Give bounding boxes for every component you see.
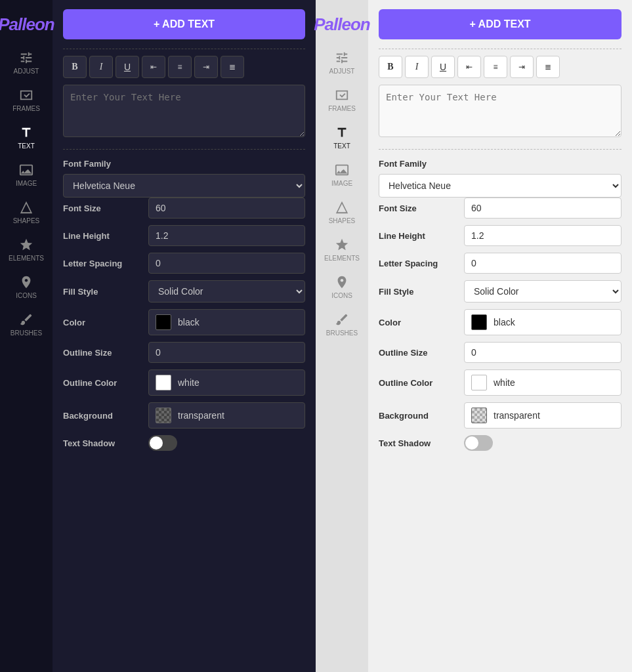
brushes-icon [19,312,33,327]
outline-size-input-right[interactable] [464,342,621,363]
align-justify-button-left[interactable]: ≣ [221,56,244,78]
outline-size-row-right: Outline Size [379,342,621,363]
sidebar-item-frames-left[interactable]: FRAMES [0,81,53,119]
frames-icon-right [335,88,349,102]
outline-color-value-right: white [494,377,515,388]
sidebar-item-text-right[interactable]: TEXT [316,119,368,156]
outline-color-row-right: Outline Color white [379,369,621,396]
letter-spacing-input-left[interactable] [148,253,305,274]
font-size-input-right[interactable] [464,198,621,219]
adjust-icon-right [335,51,349,65]
divider-1-left [63,49,305,49]
sidebar-item-frames-right[interactable]: FRAMES [316,81,368,119]
text-input-right[interactable] [379,85,621,137]
color-label-left: Color [63,318,148,327]
add-text-button-right[interactable]: + ADD TEXT [379,9,621,39]
align-left-button-left[interactable]: ⇤ [142,56,165,78]
sidebar-item-elements-left[interactable]: ELEMENTS [0,231,53,268]
fill-style-row-left: Fill Style Solid Color [63,280,305,303]
italic-button-right[interactable]: I [405,56,429,78]
line-height-row-right: Line Height [379,225,621,246]
icons-label-right: ICONS [331,292,352,299]
text-shadow-label-left: Text Shadow [63,438,148,448]
background-picker-right[interactable]: transparent [464,402,621,429]
background-picker-left[interactable]: transparent [148,402,305,429]
sidebar-item-elements-right[interactable]: ELEMENTS [316,231,368,268]
brushes-icon-right [335,312,349,327]
text-shadow-toggle-left[interactable] [148,435,177,451]
image-icon-right [335,163,349,177]
line-height-input-left[interactable] [148,225,305,246]
fill-style-row-right: Fill Style Solid Color [379,280,621,303]
sidebar-item-adjust-left[interactable]: ADJUST [0,44,53,81]
format-toolbar-left: B I U ⇤ ≡ ⇥ ≣ [63,56,305,78]
adjust-label-right: ADJUST [329,68,355,75]
sidebar-item-icons-left[interactable]: ICONS [0,268,53,306]
line-height-input-right[interactable] [464,225,621,246]
align-right-button-left[interactable]: ⇥ [194,56,218,78]
align-right-button-right[interactable]: ⇥ [510,56,534,78]
elements-icon [19,238,33,252]
sidebar-item-brushes-right[interactable]: BRUSHES [316,306,368,343]
color-picker-right[interactable]: black [464,309,621,335]
brushes-label: BRUSHES [11,329,42,337]
text-shadow-row-left: Text Shadow [63,435,305,451]
outline-size-label-right: Outline Size [379,348,464,358]
image-icon [19,163,33,177]
outline-color-row-left: Outline Color white [63,369,305,396]
sidebar-item-brushes-left[interactable]: BRUSHES [0,306,53,343]
sidebar-item-image-left[interactable]: IMAGE [0,156,53,194]
divider-1-right [379,49,621,49]
sidebar-item-text-left[interactable]: TEXT [0,119,53,156]
bold-button-right[interactable]: B [379,56,402,78]
color-value-right: black [494,317,515,327]
color-swatch-right [471,314,487,330]
bold-button-left[interactable]: B [63,56,87,78]
align-center-button-right[interactable]: ≡ [484,56,507,78]
background-value-left: transparent [178,410,224,421]
text-icon [19,125,33,140]
outline-color-swatch-right [471,375,487,390]
color-value-left: black [178,317,200,327]
italic-button-left[interactable]: I [89,56,113,78]
text-shadow-toggle-right[interactable] [464,435,493,451]
outline-color-picker-left[interactable]: white [148,369,305,396]
sidebar-item-shapes-left[interactable]: SHAPES [0,194,53,231]
right-content: + ADD TEXT B I U ⇤ ≡ ⇥ ≣ Font Family Hel… [368,0,632,672]
color-row-right: Color black [379,309,621,335]
text-shadow-row-right: Text Shadow [379,435,621,451]
sidebar-item-image-right[interactable]: IMAGE [316,156,368,194]
outline-color-swatch-left [156,375,171,390]
fill-style-select-right[interactable]: Solid Color [464,280,621,303]
color-picker-left[interactable]: black [148,309,305,335]
align-justify-button-right[interactable]: ≣ [536,56,560,78]
fill-style-select-left[interactable]: Solid Color [148,280,305,303]
letter-spacing-label-right: Letter Spacing [379,259,464,268]
sidebar-item-adjust-right[interactable]: ADJUST [316,44,368,81]
background-label-right: Background [379,411,464,421]
font-family-select-right[interactable]: Helvetica Neue [379,174,621,198]
font-size-label-right: Font Size [379,203,464,213]
outline-color-picker-right[interactable]: white [464,369,621,396]
icons-label: ICONS [16,292,37,299]
underline-button-left[interactable]: U [116,56,139,78]
sidebar-item-shapes-right[interactable]: SHAPES [316,194,368,231]
background-swatch-left [156,408,171,423]
background-label-left: Background [63,411,148,421]
letter-spacing-label-left: Letter Spacing [63,259,148,268]
outline-size-input-left[interactable] [148,342,305,363]
adjust-icon [19,51,33,65]
align-center-button-left[interactable]: ≡ [168,56,192,78]
align-left-button-right[interactable]: ⇤ [457,56,481,78]
outline-color-label-right: Outline Color [379,378,464,388]
text-input-left[interactable] [63,85,305,137]
sidebar-item-icons-right[interactable]: ICONS [316,268,368,306]
letter-spacing-input-right[interactable] [464,253,621,274]
frames-label-right: FRAMES [328,105,356,112]
outline-color-label-left: Outline Color [63,378,148,388]
add-text-button-left[interactable]: + ADD TEXT [63,9,305,39]
underline-button-right[interactable]: U [431,56,455,78]
font-family-select-left[interactable]: Helvetica Neue [63,174,305,198]
font-size-input-left[interactable] [148,198,305,219]
brushes-label-right: BRUSHES [326,329,358,337]
